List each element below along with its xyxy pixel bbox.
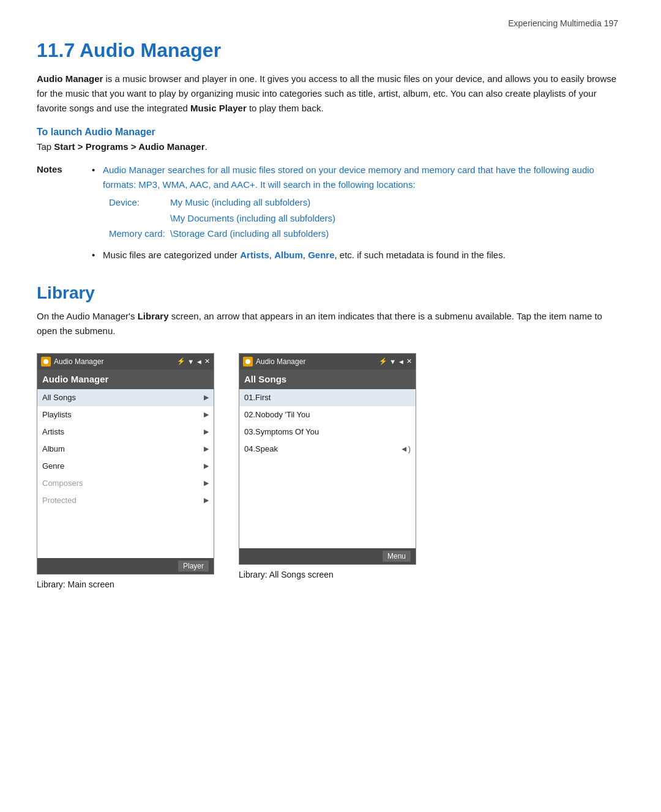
- list-item-genre[interactable]: Genre ▶: [37, 458, 214, 475]
- intro-bold2: Music Player: [190, 103, 247, 113]
- phone-titlebar-label-2: Audio Manager: [256, 357, 305, 366]
- list-item-label: 04.Speak: [244, 444, 278, 453]
- phone-titlebar-icons-1: ⚡ ▼ ◄ ✕: [177, 357, 210, 365]
- list-item-protected[interactable]: Protected ▶: [37, 492, 214, 509]
- svg-point-1: [245, 359, 250, 364]
- phone-app-icon-1: [41, 357, 51, 367]
- volume-icon: ◄: [196, 358, 203, 365]
- speaker-icon: ◄): [400, 444, 411, 453]
- phone-screen-body-1: All Songs ▶ Playlists ▶ Artists ▶ Album …: [37, 389, 214, 558]
- intro-text1: is a music browser and player in one. It…: [37, 73, 616, 113]
- list-item-label: 03.Symptoms Of You: [244, 427, 319, 436]
- phone-listbar-label-1: Audio Manager: [42, 374, 108, 384]
- close-icon[interactable]: ✕: [406, 357, 412, 365]
- section-title: 11.7 Audio Manager: [37, 39, 624, 62]
- phone-footer-btn-1[interactable]: Player: [178, 561, 209, 572]
- library-para-prefix: On the Audio Manager's: [37, 311, 138, 321]
- notes-block: Notes Audio Manager searches for all mus…: [37, 163, 624, 269]
- list-item-02nobody[interactable]: 02.Nobody 'Til You: [239, 406, 416, 423]
- screenshot-caption-2: Library: All Songs screen: [239, 570, 334, 579]
- instruction-bold: Start > Programs > Audio Manager: [54, 141, 204, 152]
- instruction-suffix: .: [205, 141, 207, 152]
- phone-app-icon-2: [243, 357, 253, 367]
- phone-footer-2: Menu: [239, 548, 416, 564]
- library-para-bold: Library: [138, 311, 169, 321]
- phone-empty-space-1: [37, 509, 214, 558]
- notes-list: Audio Manager searches for all music fil…: [92, 163, 624, 263]
- arrow-icon: ▶: [204, 479, 209, 487]
- phone-listbar-2: All Songs: [239, 370, 416, 389]
- list-item-01first[interactable]: 01.First: [239, 389, 416, 406]
- notes-item-2-bold3: Genre: [308, 250, 334, 260]
- list-item-label: Artists: [42, 427, 64, 436]
- list-item-label: Genre: [42, 461, 64, 471]
- page-header: Experiencing Multimedia 197: [37, 18, 618, 28]
- screenshot-block-1: Audio Manager ⚡ ▼ ◄ ✕ Audio Manager All …: [37, 353, 214, 589]
- instruction-prefix: Tap: [37, 141, 54, 152]
- signal-icon: ⚡: [379, 357, 387, 365]
- phone-titlebar-1: Audio Manager ⚡ ▼ ◄ ✕: [37, 354, 214, 370]
- phone-titlebar-icons-2: ⚡ ▼ ◄ ✕: [379, 357, 412, 365]
- indent-label-memcard: Memory card:: [109, 226, 170, 242]
- notes-item-2-suffix: , etc. if such metadata is found in the …: [335, 250, 506, 260]
- notes-item-1: Audio Manager searches for all music fil…: [92, 163, 624, 242]
- page-ref: Experiencing Multimedia 197: [508, 18, 618, 28]
- svg-point-0: [43, 359, 48, 364]
- phone-titlebar-left-2: Audio Manager: [243, 357, 305, 367]
- notes-content: Audio Manager searches for all music fil…: [92, 163, 624, 269]
- phone-listbar-1: Audio Manager: [37, 370, 214, 389]
- notes-item-2: Music files are categorized under Artist…: [92, 248, 624, 263]
- intro-paragraph: Audio Manager is a music browser and pla…: [37, 72, 624, 116]
- phone-empty-space-2: [239, 458, 416, 507]
- list-item-artists[interactable]: Artists ▶: [37, 423, 214, 441]
- library-title: Library: [37, 283, 624, 303]
- wifi-icon: ▼: [389, 358, 396, 365]
- phone-screen-2: Audio Manager ⚡ ▼ ◄ ✕ All Songs 01.First: [239, 353, 416, 565]
- notes-item-2-bold2: Album: [274, 250, 303, 260]
- indent-value-mydocs: \My Documents (including all subfolders): [170, 210, 335, 226]
- arrow-icon: ▶: [204, 411, 209, 419]
- phone-footer-btn-2[interactable]: Menu: [383, 551, 411, 562]
- list-item-04speak[interactable]: 04.Speak ◄): [239, 441, 416, 458]
- indent-line-1: Device: My Music (including all subfolde…: [109, 195, 624, 210]
- phone-titlebar-left-1: Audio Manager: [41, 357, 103, 367]
- intro-text2: to play them back.: [247, 103, 324, 113]
- phone-screen-1: Audio Manager ⚡ ▼ ◄ ✕ Audio Manager All …: [37, 353, 214, 575]
- list-item-label: Protected: [42, 496, 77, 505]
- indent-value-device: My Music (including all subfolders): [170, 195, 310, 210]
- screenshots-row: Audio Manager ⚡ ▼ ◄ ✕ Audio Manager All …: [37, 353, 624, 589]
- list-item-allsongs[interactable]: All Songs ▶: [37, 389, 214, 406]
- wifi-icon: ▼: [187, 358, 194, 365]
- notes-item-2-mid2: ,: [303, 250, 308, 260]
- notes-item-2-prefix: Music files are categorized under: [103, 250, 240, 260]
- launch-instruction: Tap Start > Programs > Audio Manager.: [37, 141, 624, 152]
- intro-bold1: Audio Manager: [37, 73, 103, 84]
- indent-value-memcard: \Storage Card (including all subfolders): [170, 226, 329, 242]
- indent-label-device: Device:: [109, 195, 170, 210]
- notes-indent-block: Device: My Music (including all subfolde…: [109, 195, 624, 242]
- launch-subsection-title: To launch Audio Manager: [37, 127, 624, 138]
- arrow-icon: ▶: [204, 393, 209, 401]
- notes-item-2-mid1: ,: [269, 250, 274, 260]
- list-item-playlists[interactable]: Playlists ▶: [37, 406, 214, 423]
- arrow-icon: ▶: [204, 496, 209, 504]
- arrow-icon: ▶: [204, 445, 209, 453]
- screenshot-block-2: Audio Manager ⚡ ▼ ◄ ✕ All Songs 01.First: [239, 353, 416, 579]
- list-item-album[interactable]: Album ▶: [37, 441, 214, 458]
- volume-icon: ◄: [398, 358, 405, 365]
- phone-titlebar-2: Audio Manager ⚡ ▼ ◄ ✕: [239, 354, 416, 370]
- phone-screen-body-2: 01.First 02.Nobody 'Til You 03.Symptoms …: [239, 389, 416, 548]
- list-item-composers[interactable]: Composers ▶: [37, 475, 214, 492]
- phone-listbar-label-2: All Songs: [244, 374, 286, 384]
- list-item-label: 01.First: [244, 393, 271, 402]
- library-paragraph: On the Audio Manager's Library screen, a…: [37, 309, 624, 338]
- notes-item-2-bold1: Artists: [240, 250, 269, 260]
- indent-line-3: Memory card: \Storage Card (including al…: [109, 226, 624, 242]
- close-icon[interactable]: ✕: [204, 357, 210, 365]
- list-item-label: All Songs: [42, 393, 76, 402]
- arrow-icon: ▶: [204, 428, 209, 436]
- list-item-label: Album: [42, 444, 65, 453]
- indent-label-blank: [109, 210, 170, 226]
- list-item-03symptoms[interactable]: 03.Symptoms Of You: [239, 423, 416, 441]
- screenshot-caption-1: Library: Main screen: [37, 579, 114, 589]
